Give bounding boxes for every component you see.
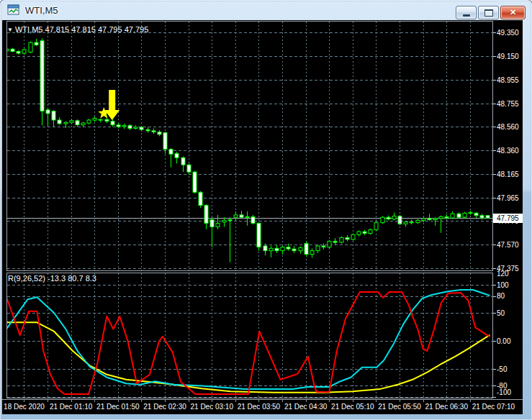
candle (275, 248, 279, 250)
osc-axis-label: 0.00 (497, 337, 511, 345)
ohlc-header: ▼ WTI,M5 47.815 47.815 47.795 47.795 (7, 25, 148, 34)
candle (210, 219, 214, 227)
candle (340, 237, 343, 242)
candle (451, 214, 454, 218)
candle (152, 131, 155, 132)
candle (99, 119, 102, 120)
time-axis-label: 21 Dec 07:10 (472, 403, 515, 411)
price-axis-label: 48.360 (497, 147, 519, 155)
candle (328, 241, 331, 247)
window-titlebar[interactable]: WTI,M5 ✕ (0, 0, 532, 20)
candle (305, 244, 308, 255)
candle (245, 216, 249, 217)
candle (292, 249, 296, 250)
time-axis-label: 21 Dec 02:30 (143, 403, 186, 411)
candle (369, 230, 372, 234)
candle (333, 241, 337, 242)
candle (287, 247, 290, 249)
candle (392, 216, 396, 219)
osc-axis-label: 100 (497, 281, 509, 289)
current-price-label: 47.795 (497, 214, 519, 222)
candle (469, 213, 472, 214)
candle (128, 125, 132, 128)
price-axis-label: 49.150 (497, 52, 519, 60)
candle (204, 206, 208, 224)
price-axis-label: 48.560 (497, 123, 519, 131)
candle (387, 217, 390, 219)
candle (35, 42, 38, 45)
price-axis-label: 49.350 (497, 29, 519, 37)
candle (474, 213, 478, 215)
candle (310, 251, 314, 255)
time-axis-label: 21 Dec 03:10 (191, 403, 234, 411)
oscillator-lines (5, 290, 490, 394)
candle (169, 150, 173, 155)
time-axis-label: 21 Dec 04:30 (284, 403, 328, 411)
candle (422, 219, 425, 220)
time-axis-label: 21 Dec 05:50 (378, 403, 421, 411)
candle (381, 217, 384, 222)
candle (122, 125, 126, 127)
window-controls: ✕ (456, 6, 526, 19)
price-axis-label: 47.570 (497, 241, 519, 249)
candle (87, 120, 91, 123)
candle (428, 219, 431, 220)
candle (439, 216, 443, 218)
candle (193, 172, 197, 192)
candle (351, 234, 355, 239)
candle (93, 118, 96, 119)
candle (76, 121, 79, 125)
candle (299, 247, 302, 250)
candle (111, 122, 114, 125)
candle (222, 220, 226, 222)
osc-axis-label: 80 (497, 292, 505, 300)
restore-button[interactable] (478, 6, 499, 19)
collapse-arrow-icon[interactable]: ▼ (7, 27, 13, 33)
candle (146, 129, 150, 131)
close-button[interactable]: ✕ (500, 6, 526, 19)
indicator-line-red (5, 292, 490, 394)
candle (281, 247, 284, 251)
candle (316, 246, 320, 251)
candle (404, 222, 407, 224)
indicator-line-yellow (5, 322, 490, 393)
minimize-icon (463, 14, 470, 17)
candle (58, 120, 61, 124)
candle (117, 125, 120, 127)
sell-arrow-icon (104, 90, 120, 120)
osc-axis-label: 50 (497, 309, 505, 317)
time-axis-label: 21 Dec 01:10 (50, 403, 93, 411)
minimize-button[interactable] (456, 6, 477, 19)
time-axis-label: 21 Dec 06:30 (425, 403, 469, 411)
candle (64, 122, 68, 124)
close-icon: ✕ (510, 9, 516, 17)
ohlc-values: 47.815 47.815 47.795 47.795 (45, 25, 149, 34)
candle (416, 220, 420, 222)
price-axis-label: 48.755 (497, 100, 519, 108)
chart-client-area: 49.35049.15048.95548.75548.56048.36048.1… (2, 20, 523, 414)
candle (175, 153, 179, 158)
candle (216, 223, 220, 227)
ohlc-symbol: WTI,M5 (15, 25, 43, 34)
time-axis-label: 21 Dec 01:50 (96, 403, 140, 411)
chart-canvas[interactable]: 49.35049.15048.95548.75548.56048.36048.1… (2, 20, 523, 414)
candle (357, 232, 361, 234)
osc-axis-label: -100 (497, 388, 511, 396)
candle (251, 216, 255, 223)
candle (187, 165, 191, 172)
candle (322, 246, 325, 247)
candle (181, 158, 185, 165)
candle (410, 222, 413, 223)
osc-axis-label: 120 (497, 270, 509, 278)
candle (52, 111, 55, 120)
indicator-values: -13.3 80.7 8.3 (48, 274, 96, 283)
candle (240, 215, 243, 217)
restore-icon (484, 9, 493, 17)
price-axis-label: 47.965 (497, 194, 519, 202)
candle (17, 52, 20, 53)
window-title: WTI,M5 (25, 5, 58, 16)
candle (158, 132, 161, 134)
candle (81, 123, 85, 124)
time-axis-label: 18 Dec 2020 (4, 403, 45, 411)
candle (40, 41, 44, 111)
